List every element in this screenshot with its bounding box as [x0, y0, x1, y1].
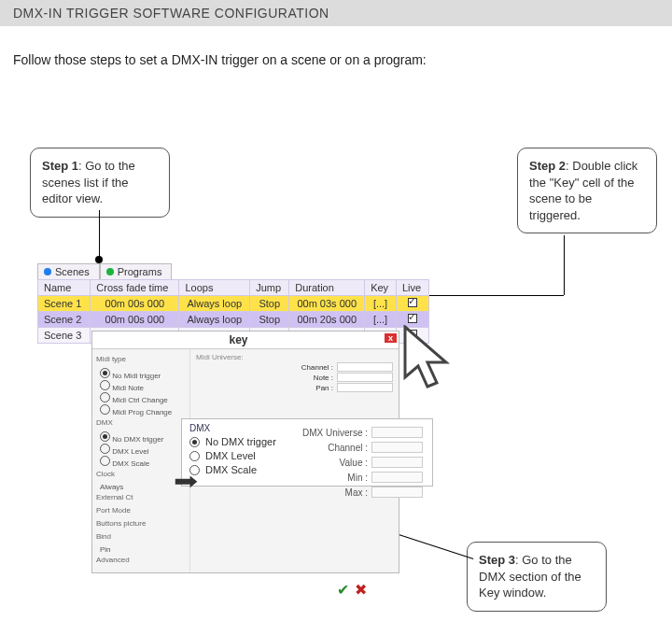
callout-step1-label: Step 1: [42, 159, 78, 173]
section-label: External Ct: [96, 493, 186, 501]
field-input[interactable]: [371, 427, 423, 438]
radio-icon: [189, 437, 200, 447]
cell-duration: 00m 03s 000: [289, 296, 365, 312]
tab-bar: Scenes Programs: [37, 263, 429, 279]
right-header: Midi Universe:: [196, 353, 393, 361]
opt-label: No DMX trigger: [112, 435, 163, 444]
radio-icon: [100, 380, 110, 390]
cell-live[interactable]: [396, 296, 428, 312]
key-popup-title: key: [229, 333, 247, 346]
field-label: Min :: [347, 473, 368, 483]
section-label: Clock: [96, 470, 186, 478]
cell-crossfade: 00m 00s 000: [91, 312, 179, 328]
opt-label: No Midi trigger: [112, 372, 161, 380]
radio-icon: [100, 456, 110, 466]
cursor-icon: [403, 325, 459, 400]
col-loops[interactable]: Loops: [179, 280, 250, 296]
section-header: DMX-IN TRIGGER SOFTWARE CONFIGURATION: [0, 0, 672, 26]
radio-icon: [100, 431, 110, 442]
field-label: DMX Universe :: [302, 428, 368, 438]
cell-jump: Stop: [250, 312, 289, 328]
field-input[interactable]: [371, 457, 423, 468]
table-row[interactable]: Scene 2 00m 00s 000 Always loop Stop 00m…: [38, 312, 429, 328]
leader-line: [422, 295, 564, 296]
opt-label: DMX Level: [112, 447, 148, 456]
cell-loops: Always loop: [179, 312, 250, 328]
cell-loops: Always loop: [179, 296, 250, 312]
dot-icon: [44, 268, 51, 275]
section-label: Midi type: [96, 355, 186, 363]
section-label: Advanced: [96, 556, 186, 564]
radio-icon: [100, 444, 110, 454]
field-label: Note :: [314, 374, 333, 382]
key-popup-title-bar: key x: [92, 332, 399, 349]
radio-midi-prg[interactable]: Midi Prog Change: [96, 404, 186, 416]
ok-button[interactable]: ✔: [337, 582, 349, 598]
section-label: Bind: [96, 532, 186, 541]
close-icon[interactable]: x: [385, 333, 397, 343]
opt-label: DMX Level: [205, 450, 256, 461]
intro-text: Follow those steps to set a DMX-IN trigg…: [0, 26, 672, 77]
cell-jump: Stop: [250, 296, 289, 312]
field-input[interactable]: [337, 383, 393, 392]
radio-dmx-level-small[interactable]: DMX Level: [96, 444, 186, 456]
opt-always[interactable]: Always: [96, 483, 186, 491]
field-label: Value :: [340, 458, 368, 468]
radio-no-dmx-small[interactable]: No DMX trigger: [96, 431, 186, 444]
cancel-button[interactable]: ✖: [355, 582, 367, 598]
table-header-row: Name Cross fade time Loops Jump Duration…: [38, 280, 429, 296]
field-input[interactable]: [371, 442, 423, 453]
section-label: DMX: [96, 418, 186, 427]
checkbox-icon[interactable]: [408, 298, 417, 307]
radio-midi-ctrl[interactable]: Midi Ctrl Change: [96, 392, 186, 404]
opt-label: No DMX trigger: [205, 436, 276, 447]
radio-midi-note[interactable]: Midi Note: [96, 380, 186, 392]
checkbox-icon[interactable]: [408, 314, 417, 323]
opt-label: Midi Ctrl Change: [112, 396, 168, 404]
col-live[interactable]: Live: [396, 280, 428, 296]
col-name[interactable]: Name: [38, 280, 91, 296]
col-key[interactable]: Key: [365, 280, 397, 296]
col-crossfade[interactable]: Cross fade time: [91, 280, 179, 296]
radio-icon: [100, 368, 110, 378]
cell-name: Scene 3: [38, 328, 91, 344]
cell-key[interactable]: [...]: [365, 312, 397, 328]
field-input[interactable]: [337, 373, 393, 382]
dmx-panel: DMX No DMX trigger DMX Level DMX Scale D…: [181, 418, 433, 487]
dot-icon: [106, 268, 114, 275]
callout-step2: Step 2: Double click the "Key" cell of t…: [517, 148, 657, 233]
table-row[interactable]: Scene 1 00m 00s 000 Always loop Stop 00m…: [38, 296, 429, 312]
field-label: Channel :: [301, 363, 333, 372]
cell-key[interactable]: [...]: [365, 296, 397, 312]
field-input[interactable]: [371, 472, 423, 483]
radio-icon: [100, 392, 110, 402]
radio-icon: [189, 451, 200, 461]
radio-dmx-scale-small[interactable]: DMX Scale: [96, 456, 186, 468]
key-popup-left: Midi type No Midi trigger Midi Note Midi…: [92, 349, 190, 572]
svg-marker-0: [405, 327, 446, 387]
col-jump[interactable]: Jump: [250, 280, 289, 296]
radio-no-midi[interactable]: No Midi trigger: [96, 368, 186, 380]
opt-label: Midi Prog Change: [112, 408, 172, 416]
col-duration[interactable]: Duration: [289, 280, 365, 296]
tab-scenes[interactable]: Scenes: [37, 263, 100, 279]
leader-dot: [95, 256, 103, 263]
opt-label: DMX Scale: [205, 464, 257, 475]
leader-line: [564, 235, 565, 295]
callout-step3: Step 3: Go to the DMX section of the Key…: [467, 542, 607, 612]
tab-programs[interactable]: Programs: [100, 263, 173, 279]
cell-name: Scene 2: [38, 312, 91, 328]
field-label: Pan :: [315, 384, 333, 392]
arrow-right-icon: ➡: [174, 467, 198, 496]
opt-pin[interactable]: Pin: [96, 545, 186, 554]
field-input[interactable]: [337, 362, 393, 372]
opt-label: Midi Note: [112, 384, 144, 392]
tab-scenes-label: Scenes: [55, 266, 90, 277]
callout-step3-label: Step 3: [479, 553, 515, 567]
radio-icon: [100, 404, 110, 415]
section-label: Port Mode: [96, 506, 186, 515]
cell-duration: 00m 20s 000: [289, 312, 365, 328]
field-input[interactable]: [371, 487, 423, 498]
field-label: Max :: [345, 487, 368, 498]
leader-line: [99, 210, 100, 257]
